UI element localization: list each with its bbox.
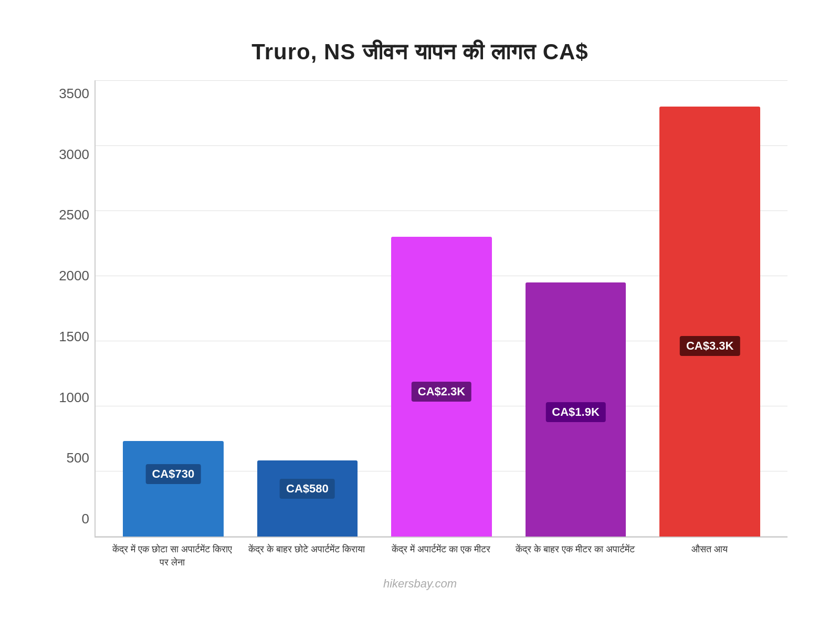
y-label-0: 0 <box>82 511 94 527</box>
bars-wrapper: CA$730 CA$580 CA$2.3K <box>96 80 788 537</box>
y-label-2000: 2000 <box>59 268 94 284</box>
y-axis: 3500 3000 2500 2000 1500 1000 500 0 <box>52 80 94 569</box>
watermark: hikersbay.com <box>383 577 457 591</box>
x-label-1: केंद्र में एक छोटा सा अपार्टमेंट किराए प… <box>105 543 239 569</box>
bar-3: CA$2.3K <box>391 237 492 537</box>
y-label-3000: 3000 <box>59 146 94 163</box>
chart-body: CA$730 CA$580 CA$2.3K <box>94 80 788 569</box>
bar-group-3: CA$2.3K <box>374 80 509 537</box>
chart-title: Truro, NS जीवन यापन की लागत CA$ <box>251 39 588 65</box>
bar-label-2: CA$580 <box>280 479 335 499</box>
bar-label-5: CA$3.3K <box>680 336 740 356</box>
y-label-1500: 1500 <box>59 329 94 345</box>
bar-label-3: CA$2.3K <box>412 382 471 402</box>
bar-label-4: CA$1.9K <box>545 402 605 422</box>
bar-group-2: CA$580 <box>240 80 375 537</box>
chart-container: Truro, NS जीवन यापन की लागत CA$ 3500 300… <box>52 39 788 591</box>
bar-2: CA$580 <box>257 460 358 536</box>
x-label-5: औसत आय <box>643 543 777 569</box>
y-label-1000: 1000 <box>59 390 94 406</box>
bar-5: CA$3.3K <box>659 107 760 537</box>
bar-group-4: CA$1.9K <box>509 80 643 537</box>
bar-group-1: CA$730 <box>106 80 240 537</box>
bar-4: CA$1.9K <box>526 282 626 537</box>
y-label-500: 500 <box>67 450 94 466</box>
bar-label-1: CA$730 <box>145 464 201 484</box>
chart-area: 3500 3000 2500 2000 1500 1000 500 0 <box>52 80 788 569</box>
bar-1: CA$730 <box>123 441 224 537</box>
x-label-4: केंद्र के बाहर एक मीटर का अपार्टमेंट <box>508 543 643 569</box>
bars-section: CA$730 CA$580 CA$2.3K <box>94 80 788 538</box>
x-labels: केंद्र में एक छोटा सा अपार्टमेंट किराए प… <box>94 543 788 569</box>
y-label-2500: 2500 <box>59 207 94 223</box>
x-label-2: केंद्र के बाहर छोटे अपार्टमेंट किराया <box>239 543 374 569</box>
bar-group-5: CA$3.3K <box>643 80 777 537</box>
x-label-3: केंद्र में अपार्टमेंट का एक मीटर <box>374 543 508 569</box>
y-label-3500: 3500 <box>59 86 94 102</box>
